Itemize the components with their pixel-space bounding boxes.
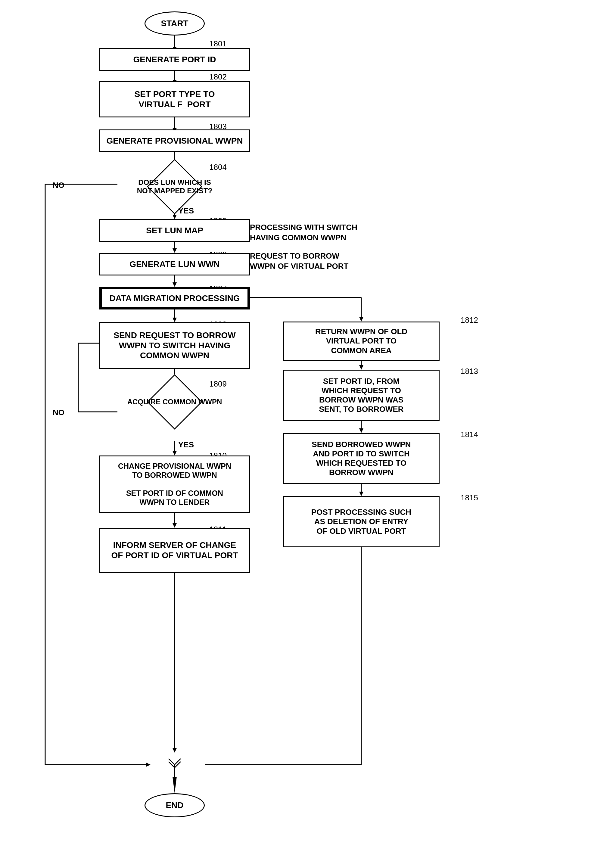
- node-1810: CHANGE PROVISIONAL WWPN TO BORROWED WWPN…: [100, 455, 250, 513]
- svg-marker-19: [173, 318, 177, 322]
- node-1811: INFORM SERVER OF CHANGE OF PORT ID OF VI…: [100, 528, 250, 573]
- end-label: END: [166, 800, 184, 810]
- node-1812: RETURN WWPN OF OLD VIRTUAL PORT TO COMMO…: [283, 322, 440, 361]
- label-no-1809: NO: [53, 408, 64, 417]
- ref-1813: 1813: [460, 367, 478, 376]
- end-node: END: [145, 793, 205, 818]
- label-no-1804: NO: [53, 180, 64, 190]
- node-1808: SEND REQUEST TO BORROW WWPN TO SWITCH HA…: [100, 322, 250, 369]
- node-1814: SEND BORROWED WWPN AND PORT ID TO SWITCH…: [283, 433, 440, 484]
- ref-1815: 1815: [460, 493, 478, 502]
- svg-marker-30: [173, 451, 177, 455]
- label-processing: PROCESSING WITH SWITCH HAVING COMMON WWP…: [250, 212, 357, 242]
- svg-marker-22: [359, 317, 363, 322]
- svg-marker-40: [359, 492, 363, 496]
- svg-marker-36: [359, 365, 363, 370]
- node-1802: SET PORT TYPE TO VIRTUAL F_PORT: [100, 81, 250, 117]
- svg-marker-13: [146, 763, 151, 767]
- svg-marker-38: [359, 428, 363, 433]
- node-1813: SET PORT ID, FROM WHICH REQUEST TO BORRO…: [283, 370, 440, 421]
- node-1815: POST PROCESSING SUCH AS DELETION OF ENTR…: [283, 496, 440, 547]
- node-1801: GENERATE PORT ID: [100, 48, 250, 71]
- svg-marker-44: [173, 777, 177, 793]
- ref-1814: 1814: [460, 430, 478, 439]
- svg-marker-17: [173, 282, 177, 287]
- label-yes-1804: YES: [178, 206, 194, 216]
- node-1807: DATA MIGRATION PROCESSING: [100, 287, 250, 309]
- svg-marker-34: [173, 748, 177, 752]
- arrows-svg: [0, 0, 616, 858]
- ref-1801: 1801: [209, 39, 227, 48]
- ref-1812: 1812: [460, 316, 478, 325]
- svg-marker-9: [173, 214, 177, 219]
- node-1804: DOES LUN WHICH IS NOT MAPPED EXIST?: [117, 167, 232, 206]
- label-request: REQUEST TO BORROW WWPN OF VIRTUAL PORT: [250, 241, 348, 271]
- svg-marker-15: [173, 249, 177, 253]
- start-label: START: [161, 19, 188, 29]
- label-yes-1809: YES: [178, 440, 194, 449]
- flowchart: START 1801 GENERATE PORT ID 1802 SET POR…: [0, 0, 616, 858]
- node-1805: SET LUN MAP: [100, 219, 250, 242]
- start-node: START: [145, 11, 205, 36]
- ref-1802: 1802: [209, 72, 227, 82]
- node-1809: ACQUIRE COMMON WWPN: [117, 382, 232, 421]
- node-1803: GENERATE PROVISIONAL WWPN: [100, 129, 250, 152]
- svg-marker-32: [173, 523, 177, 528]
- node-1806: GENERATE LUN WWN: [100, 253, 250, 275]
